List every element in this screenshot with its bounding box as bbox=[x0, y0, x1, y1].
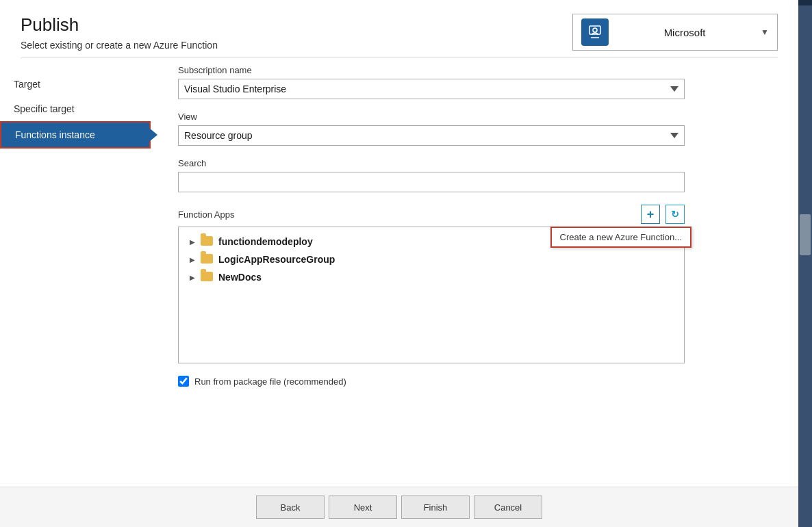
folder-icon bbox=[201, 236, 214, 247]
tree-item-label: functiondemodeploy bbox=[218, 236, 313, 247]
subscription-group: Subscription name Visual Studio Enterpri… bbox=[178, 65, 771, 99]
search-input[interactable] bbox=[178, 172, 685, 192]
sidebar-item-target[interactable]: Target bbox=[0, 72, 151, 97]
expand-icon: ▶ bbox=[187, 254, 198, 265]
nav-panel: Target Specific target Functions instanc… bbox=[0, 65, 151, 487]
page-title: Publish bbox=[21, 14, 218, 36]
expand-icon: ▶ bbox=[187, 272, 198, 283]
folder-icon bbox=[201, 254, 214, 265]
page-subtitle: Select existing or create a new Azure Fu… bbox=[21, 40, 218, 51]
function-apps-header: Function Apps + ↻ Create a new Azure Fun… bbox=[178, 205, 685, 224]
sidebar-item-functions-instance[interactable]: Functions instance bbox=[0, 121, 151, 149]
back-button[interactable]: Back bbox=[256, 496, 325, 519]
search-label: Search bbox=[178, 158, 771, 168]
package-file-row: Run from package file (recommended) bbox=[178, 376, 771, 387]
function-apps-section: Function Apps + ↻ Create a new Azure Fun… bbox=[178, 205, 771, 363]
tree-item-label: LogicAppResourceGroup bbox=[218, 254, 335, 265]
tree-item-newdocs[interactable]: ▶ NewDocs bbox=[179, 268, 684, 286]
view-group: View Resource group bbox=[178, 112, 771, 146]
subscription-label: Subscription name bbox=[178, 65, 771, 75]
right-sidebar bbox=[798, 0, 812, 527]
scrollbar-track[interactable] bbox=[798, 5, 812, 527]
function-apps-label: Function Apps bbox=[178, 209, 234, 220]
form-area: Subscription name Visual Studio Enterpri… bbox=[151, 65, 798, 487]
svg-point-1 bbox=[593, 28, 597, 32]
search-group: Search bbox=[178, 158, 771, 192]
publish-header: Publish Select existing or create a new … bbox=[0, 0, 798, 57]
folder-icon bbox=[201, 272, 214, 283]
finish-button[interactable]: Finish bbox=[401, 496, 470, 519]
refresh-button[interactable]: ↻ bbox=[665, 205, 685, 224]
function-apps-actions: + ↻ Create a new Azure Function... bbox=[641, 205, 685, 224]
footer: Back Next Finish Cancel bbox=[0, 487, 798, 527]
subscription-select[interactable]: Visual Studio Enterprise bbox=[178, 79, 685, 99]
expand-icon: ▶ bbox=[187, 236, 198, 247]
view-select[interactable]: Resource group bbox=[178, 125, 685, 146]
view-label: View bbox=[178, 112, 771, 122]
next-button[interactable]: Next bbox=[329, 496, 397, 519]
run-from-package-checkbox[interactable] bbox=[178, 376, 189, 387]
header-left: Publish Select existing or create a new … bbox=[21, 14, 218, 51]
account-icon bbox=[581, 18, 609, 46]
sidebar-top bbox=[798, 0, 812, 5]
tree-item-logicappresourcegroup[interactable]: ▶ LogicAppResourceGroup bbox=[179, 250, 684, 268]
add-function-button[interactable]: + bbox=[641, 205, 660, 224]
account-dropdown-arrow: ▼ bbox=[761, 27, 769, 37]
tree-item-label: NewDocs bbox=[218, 272, 262, 283]
cancel-button[interactable]: Cancel bbox=[474, 496, 542, 519]
create-function-tooltip: Create a new Azure Function... bbox=[550, 227, 692, 248]
sidebar-item-specific-target[interactable]: Specific target bbox=[0, 97, 151, 121]
body-area: Target Specific target Functions instanc… bbox=[0, 58, 798, 487]
scrollbar-thumb[interactable] bbox=[800, 214, 811, 255]
account-selector[interactable]: Microsoft ▼ bbox=[572, 14, 778, 51]
run-from-package-label: Run from package file (recommended) bbox=[194, 376, 346, 387]
account-name: Microsoft bbox=[616, 27, 754, 38]
